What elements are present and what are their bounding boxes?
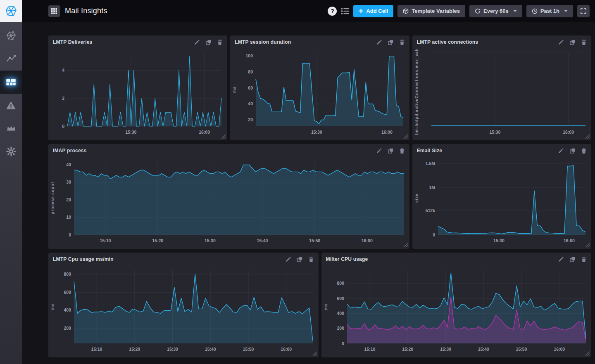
svg-text:200: 200 bbox=[64, 326, 71, 331]
chevron-down-icon bbox=[513, 10, 517, 12]
svg-text:15:30: 15:30 bbox=[440, 347, 451, 352]
chart-email-size: 15:3016:000512k1M1.5Msize bbox=[414, 157, 589, 246]
svg-text:15:40: 15:40 bbox=[205, 347, 216, 352]
graph-tips-button[interactable] bbox=[341, 7, 349, 15]
alert-triangle-icon bbox=[5, 100, 17, 111]
cell-title: LMTP active connections bbox=[417, 39, 478, 45]
duplicate-cell-icon[interactable] bbox=[297, 257, 302, 262]
chart-lmtp-session-duration: 15:3016:0020406080100ms bbox=[232, 49, 407, 137]
svg-text:1M: 1M bbox=[429, 185, 435, 190]
sidebar-items bbox=[0, 24, 22, 163]
svg-text:16:00: 16:00 bbox=[563, 130, 574, 135]
resize-handle[interactable] bbox=[585, 242, 590, 248]
duplicate-cell-icon[interactable] bbox=[206, 40, 211, 45]
cell-title: LMTP session duration bbox=[235, 39, 291, 45]
duplicate-cell-icon[interactable] bbox=[388, 148, 393, 154]
svg-text:ms: ms bbox=[50, 303, 55, 310]
duplicate-cell-icon[interactable] bbox=[570, 148, 575, 154]
cell-title: Milter CPU usage bbox=[326, 256, 368, 262]
edit-cell-icon[interactable] bbox=[376, 40, 382, 45]
svg-text:15:20: 15:20 bbox=[129, 347, 140, 352]
chart-lmtp-deliveries: 15:3016:00024 bbox=[50, 49, 225, 137]
svg-text:1.5M: 1.5M bbox=[425, 161, 435, 166]
svg-text:0: 0 bbox=[342, 341, 344, 346]
duplicate-cell-icon[interactable] bbox=[570, 40, 575, 45]
delete-cell-icon[interactable] bbox=[581, 40, 586, 45]
template-variables-label: Template Variables bbox=[412, 8, 460, 14]
edit-cell-icon[interactable] bbox=[558, 257, 564, 262]
time-range-dropdown[interactable]: Past 1h bbox=[526, 5, 573, 17]
svg-text:15:30: 15:30 bbox=[489, 130, 500, 135]
resize-handle[interactable] bbox=[585, 351, 590, 356]
presentation-mode-button[interactable] bbox=[577, 5, 590, 17]
sidebar-item-configuration[interactable] bbox=[0, 140, 22, 163]
fullscreen-icon bbox=[581, 8, 586, 14]
chart-lmtp-cpu-usage: 15:1015:2015:3015:4015:5016:002004006008… bbox=[50, 266, 316, 354]
add-cell-button[interactable]: Add Cell bbox=[353, 5, 393, 17]
svg-text:16:00: 16:00 bbox=[554, 347, 565, 352]
delete-cell-icon[interactable] bbox=[217, 40, 222, 45]
svg-text:15:50: 15:50 bbox=[243, 347, 254, 352]
svg-text:0: 0 bbox=[69, 232, 71, 237]
chronograf-logo-icon bbox=[5, 5, 17, 17]
delete-cell-icon[interactable] bbox=[400, 40, 405, 45]
svg-text:process count: process count bbox=[50, 182, 55, 215]
edit-cell-icon[interactable] bbox=[558, 40, 564, 45]
dashboards-icon bbox=[5, 77, 17, 88]
graph-tips-icon bbox=[341, 7, 349, 15]
delete-cell-icon[interactable] bbox=[309, 257, 314, 262]
svg-text:2: 2 bbox=[62, 96, 64, 101]
chronograf-logo[interactable] bbox=[0, 0, 22, 22]
resize-handle[interactable] bbox=[403, 134, 408, 139]
plus-icon bbox=[359, 9, 363, 13]
edit-cell-icon[interactable] bbox=[558, 148, 564, 154]
resize-handle[interactable] bbox=[221, 134, 226, 139]
svg-text:ms: ms bbox=[232, 86, 237, 93]
svg-text:15:30: 15:30 bbox=[311, 130, 322, 135]
cell-milter-cpu-usage: Milter CPU usage 15:1015:2015:3015:4015:… bbox=[321, 253, 592, 357]
svg-text:16:00: 16:00 bbox=[199, 130, 210, 135]
edit-cell-icon[interactable] bbox=[376, 148, 382, 154]
delete-cell-icon[interactable] bbox=[581, 148, 586, 154]
delete-cell-icon[interactable] bbox=[400, 148, 405, 154]
sidebar-item-dashboards[interactable] bbox=[0, 71, 22, 94]
refresh-interval-label: Every 60s bbox=[483, 8, 509, 14]
svg-text:40: 40 bbox=[66, 162, 71, 167]
template-variables-button[interactable]: Template Variables bbox=[397, 5, 465, 17]
gear-icon bbox=[6, 146, 17, 157]
refresh-interval-dropdown[interactable]: Every 60s bbox=[469, 5, 522, 17]
pulse-icon bbox=[6, 54, 17, 64]
refresh-icon bbox=[475, 8, 481, 14]
sidebar-item-alerting[interactable] bbox=[0, 94, 22, 117]
dashboard-grid-button[interactable] bbox=[48, 5, 60, 17]
svg-text:800: 800 bbox=[337, 281, 344, 286]
resize-handle[interactable] bbox=[585, 134, 590, 139]
duplicate-cell-icon[interactable] bbox=[388, 40, 393, 45]
svg-text:ms: ms bbox=[324, 303, 328, 310]
svg-text:15:10: 15:10 bbox=[364, 347, 375, 352]
svg-text:60: 60 bbox=[248, 85, 253, 90]
chevron-down-icon bbox=[564, 10, 568, 12]
resize-handle[interactable] bbox=[312, 351, 317, 356]
cell-lmtp-deliveries: LMTP Deliveries 15:3016:00024 bbox=[48, 35, 227, 140]
svg-text:15:40: 15:40 bbox=[257, 238, 268, 243]
svg-text:15:30: 15:30 bbox=[126, 130, 137, 135]
resize-handle[interactable] bbox=[403, 242, 408, 248]
sidebar-item-data-explorer[interactable] bbox=[0, 47, 22, 71]
page-title: Mail Insights bbox=[65, 7, 107, 15]
sidebar-item-hosts[interactable] bbox=[0, 24, 22, 47]
edit-cell-icon[interactable] bbox=[194, 40, 200, 45]
edit-cell-icon[interactable] bbox=[286, 257, 291, 262]
svg-text:15:50: 15:50 bbox=[516, 347, 527, 352]
duplicate-cell-icon[interactable] bbox=[570, 257, 575, 262]
help-button[interactable]: ? bbox=[328, 7, 337, 16]
svg-text:10: 10 bbox=[66, 215, 71, 220]
time-range-label: Past 1h bbox=[540, 8, 559, 14]
svg-text:600: 600 bbox=[337, 296, 344, 301]
svg-text:16:00: 16:00 bbox=[362, 238, 373, 243]
svg-text:size: size bbox=[414, 194, 419, 203]
svg-text:15:20: 15:20 bbox=[152, 238, 163, 243]
chart-milter-cpu-usage: 15:1015:2015:3015:4015:5016:000200400600… bbox=[323, 266, 589, 354]
delete-cell-icon[interactable] bbox=[581, 257, 586, 262]
sidebar-item-admin[interactable] bbox=[0, 117, 22, 140]
